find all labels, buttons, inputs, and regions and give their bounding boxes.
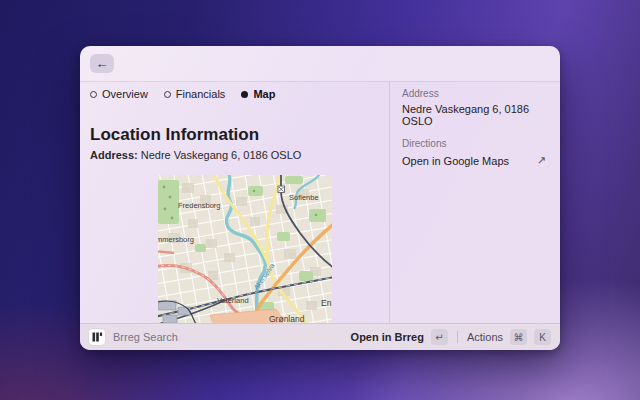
brreg-logo-icon (89, 329, 105, 345)
map-label-enerhaugen: En (321, 298, 332, 308)
content-area: Overview Financials Map Location Informa… (80, 82, 560, 323)
return-key-icon[interactable]: ↵ (431, 329, 448, 345)
k-key-icon: K (534, 329, 551, 345)
sidebar-address-label: Address (402, 88, 548, 99)
address-value: Nedre Vaskegang 6, 0186 OSLO (141, 149, 302, 161)
radio-circle-icon (164, 91, 171, 98)
footer-actions: Open in Brreg ↵ Actions ⌘ K (351, 329, 551, 345)
tab-financials[interactable]: Financials (164, 88, 226, 100)
actions-button[interactable]: Actions (467, 331, 503, 343)
open-in-brreg-button[interactable]: Open in Brreg (351, 331, 424, 343)
open-google-maps-label: Open in Google Maps (402, 155, 509, 167)
map-label-hammersborg: mmersborg (158, 235, 194, 244)
footer-divider (457, 331, 458, 343)
main-column: Overview Financials Map Location Informa… (80, 82, 390, 323)
window-header: ← (80, 46, 560, 82)
back-arrow-icon: ← (96, 56, 109, 71)
map-container[interactable]: Fredensborg mmersborg Sofienbe Vaterland… (158, 175, 332, 326)
detail-sidebar: Address Nedre Vaskegang 6, 0186 OSLO Dir… (390, 82, 560, 323)
map-label-vaterland: Vaterland (217, 296, 249, 305)
cmd-key-icon: ⌘ (510, 329, 527, 345)
tab-map[interactable]: Map (241, 88, 275, 100)
open-google-maps-link[interactable]: Open in Google Maps ↗ (402, 154, 548, 167)
app-window: ← Overview Financials Map Location Infor… (80, 46, 560, 350)
radio-circle-icon (90, 91, 97, 98)
tab-label: Financials (176, 88, 226, 100)
extension-name: Brreg Search (113, 331, 178, 343)
rail-crossing-icon (278, 186, 285, 193)
sidebar-address-value: Nedre Vaskegang 6, 0186 OSLO (402, 103, 548, 127)
sidebar-directions-label: Directions (402, 138, 548, 149)
tab-bar: Overview Financials Map (90, 88, 389, 100)
external-link-icon: ↗ (537, 154, 546, 167)
oslo-map: Fredensborg mmersborg Sofienbe Vaterland… (158, 175, 332, 326)
page-title: Location Information (90, 125, 389, 145)
address-label: Address: (90, 149, 138, 161)
footer-bar: Brreg Search Open in Brreg ↵ Actions ⌘ K (80, 323, 560, 350)
tab-label: Map (253, 88, 275, 100)
map-label-sofienberg: Sofienbe (289, 193, 319, 202)
tab-overview[interactable]: Overview (90, 88, 148, 100)
tab-label: Overview (102, 88, 148, 100)
address-line: Address: Nedre Vaskegang 6, 0186 OSLO (90, 149, 389, 161)
map-label-fredensborg: Fredensborg (178, 201, 221, 210)
back-button[interactable]: ← (90, 54, 114, 73)
radio-filled-icon (241, 91, 248, 98)
